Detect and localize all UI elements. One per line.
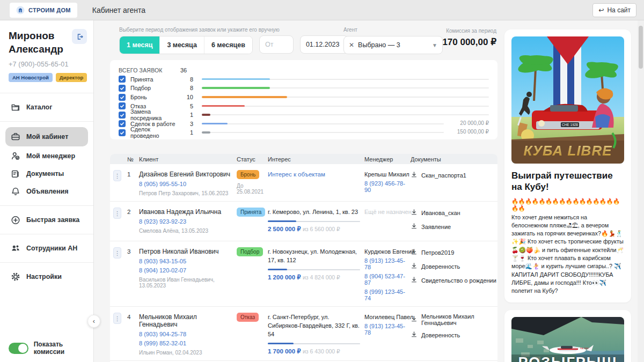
bar-track [202,123,444,124]
sidebar-item-my-cabinet[interactable]: Мой кабинет [5,127,88,146]
chart-total-label: ВСЕГО ЗАЯВОК [119,67,180,73]
bar [202,87,270,89]
bar-track [202,132,444,133]
sidebar-item-announcements[interactable]: Объявления [0,183,93,200]
user-phone: +7 (900)-055-65-01 [9,61,86,68]
bar [202,123,228,125]
download-icon[interactable] [411,208,418,218]
sidebar-item-staff[interactable]: Сотрудники АН [0,240,93,257]
interest-progress [268,269,360,270]
series-checkbox[interactable] [119,94,126,101]
sidebar-item-documents[interactable]: Документы [0,165,93,182]
row-actions-button[interactable]: ⋮ [113,208,121,219]
doc-item[interactable]: Доверенность [411,330,497,340]
phone-link[interactable]: 8 (913) 123-45-78 [364,323,411,336]
series-checkbox[interactable] [119,112,126,119]
series-value: 8 [180,85,193,91]
phone-link[interactable]: 8 (923) 923-92-23 [139,218,237,225]
series-checkbox[interactable] [119,129,126,136]
download-icon[interactable] [411,171,418,180]
menu-divider [0,205,93,206]
ad-card-flight[interactable]: RA-2409 РОЗЫГРЫШ ПОЛЁТ НА САМОЛЁТЕ В РОЛ… [504,310,631,362]
phone-link[interactable]: 8 (913) 123-45-78 [364,257,411,270]
row-actions-button[interactable]: ⋮ [113,247,121,258]
bar-track [202,106,489,107]
cuba-ad-body: Кто хочет днем нежиться на белоснежном п… [511,213,624,295]
menu-divider [0,234,93,234]
interest-link[interactable]: Интерес к объектам [268,169,325,178]
period-button-1-месяц[interactable]: 1 месяц [120,36,160,54]
ads-column: CHE 1928 КУБА LIBRE Выиграй путешествие … [504,20,631,362]
doc-item[interactable]: Доверенность [411,262,497,271]
doc-item[interactable]: Иванова_скан [411,208,497,218]
docs-cell: Скан_паспорта1 [411,169,497,196]
row-actions-button[interactable]: ⋮ [113,170,121,181]
logo-text: СТРОИМ ДОМ [28,7,71,13]
doc-item[interactable]: Свидетельство о рождении [411,276,497,285]
interest-progress [268,220,360,222]
scrollbar-thumb[interactable] [639,26,643,69]
agent-selected-value: Выбрано — 3 [358,41,428,49]
phone-link[interactable]: 8 (905) 995-55-10 [139,181,237,187]
sidebar-item-settings[interactable]: Настройки [0,268,93,285]
client-name: Дизайнов Евгений Викторович [139,169,237,178]
download-icon[interactable] [411,248,418,257]
folder-icon [11,102,20,112]
client-phones: 8 (905) 995-55-10 [139,181,237,187]
logout-button[interactable] [72,29,87,44]
doc-item[interactable]: Скан_паспорта1 [411,171,497,180]
interest-price: 1 700 000 ₽ из 6 430 000 ₽ [268,348,364,355]
series-label: Бронь [130,94,180,100]
ad-card-cuba[interactable]: CHE 1928 КУБА LIBRE Выиграй путешествие … [504,29,631,302]
download-icon[interactable] [411,315,418,324]
phone-link[interactable]: 8 (903) 943-15-05 [139,258,237,264]
interest-address: г. Новокузнецк, ул. Молодежная, 17, кв. … [268,246,360,265]
manager-name: Ещё не назначен [364,206,411,215]
interest-progress [268,343,360,344]
phone-link[interactable]: 8 (903) 904-25-78 [139,331,237,337]
phone-link[interactable]: 8 (904) 523-47-87 [364,273,411,286]
row-actions-button[interactable]: ⋮ [113,313,121,324]
date-to-input[interactable] [300,35,348,54]
series-bar-area [202,105,489,107]
series-checkbox[interactable] [119,85,126,92]
doc-item[interactable]: Мельников Михаил Геннадьевич [411,313,497,326]
status-badge: Бронь [237,170,259,179]
download-icon[interactable] [411,262,418,271]
download-icon[interactable] [411,222,418,232]
series-value: 1 [180,112,193,118]
sidebar-item-catalog[interactable]: Каталог [0,99,93,116]
interest-address: г. Кемерово, ул. Ленина, 1, кв. 23 [268,206,360,217]
sidebar-item-label: Мой кабинет [26,133,68,141]
series-checkbox[interactable] [119,76,126,83]
doc-label: Доверенность [421,332,460,338]
date-from-input[interactable] [259,35,294,54]
table-row: ⋮ 1 Дизайнов Евгений Викторович 8 (905) … [110,164,497,202]
series-bar-area: 20 000,00 ₽ [202,123,489,125]
col-docs: Документы [411,156,497,162]
series-label: Подбор [130,85,180,91]
sidebar-item-quick-request[interactable]: Быстрая заявка [0,211,93,228]
user-badge: Директор [56,73,87,82]
sidebar-item-label: Мой менеджер [26,152,75,160]
doc-item[interactable]: Петров2019 [411,248,497,257]
period-button-6-месяцев[interactable]: 6 месяцев [204,36,252,54]
phone-link[interactable]: 8 (999) 852-32-01 [139,340,237,346]
row-number: 4 [127,312,139,356]
period-button-3-месяца[interactable]: 3 месяца [160,36,204,54]
download-icon[interactable] [411,330,418,340]
sidebar-collapse-button[interactable]: ‹ [87,315,100,328]
sidebar-item-my-manager[interactable]: Мой менеджер [0,147,93,165]
doc-item[interactable]: Заявление [411,222,497,232]
series-checkbox[interactable] [119,102,126,109]
phone-link[interactable]: 8 (999) 123-45-74 [364,289,411,301]
logo[interactable]: СТРОИМ ДОМ [10,3,77,18]
phone-link[interactable]: 8 (923) 456-78-90 [364,180,411,193]
back-to-site-button[interactable]: ↩ На сайт [592,3,636,17]
phone-link[interactable]: 8 (904) 120-02-07 [139,267,237,274]
series-checkbox[interactable] [119,120,126,127]
bar [202,131,210,134]
show-commissions-toggle[interactable] [9,343,28,354]
clear-selection-icon[interactable]: ✕ [349,41,354,49]
download-icon[interactable] [411,276,418,285]
